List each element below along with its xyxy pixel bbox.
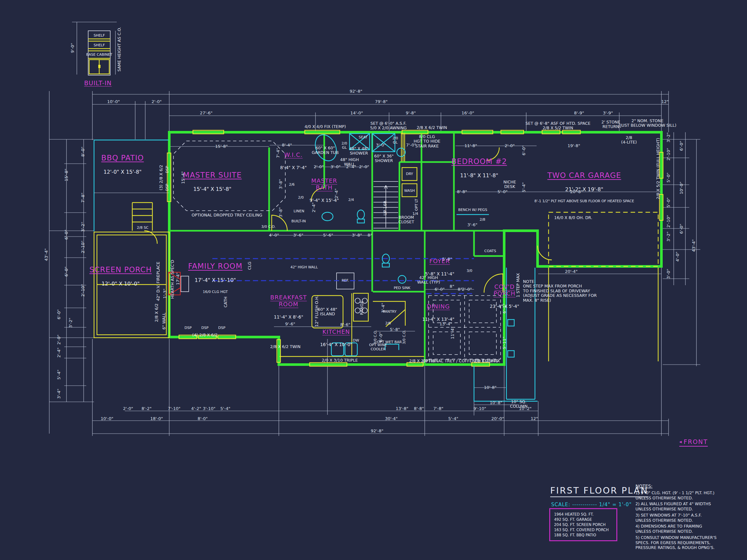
dims-plan-12: 4'-0" xyxy=(269,233,279,238)
annotations-flush_oh: 12" FLUSH O.H. xyxy=(314,296,319,327)
annotations-win_62_x4: (4) 2/8 X 6/2 xyxy=(192,333,217,337)
annotations-linen: LINEN xyxy=(294,209,305,214)
dims-bottom-row1-4: 3'-10" xyxy=(203,406,215,411)
dims-plan-13: 3'-6" xyxy=(293,233,304,238)
annotations-dryer: DRY xyxy=(406,172,413,176)
room-name: KITCHEN xyxy=(307,329,365,336)
annotations-co_3_0: 3/0 C.O. xyxy=(261,225,276,229)
dims-plan-10: 2'-4" xyxy=(312,203,316,213)
annotations-door_2_6: 2/6 xyxy=(289,183,295,187)
note-item: 4) DIMENSIONS ARE TO FRAMING UNLESS OTHE… xyxy=(636,524,721,534)
builtin-shelves-0: SHELF xyxy=(94,34,105,38)
dims-plan-14: 5'-6" xyxy=(323,233,333,238)
dims-plan-19: 6'-0" xyxy=(522,145,526,156)
area-line: 1964 HEATED SQ. FT. xyxy=(554,512,613,517)
dims-right-items-3: 5'-0" xyxy=(666,173,671,183)
dims-bottom-row2-5: 20'-0" xyxy=(491,417,504,421)
dims-top-row-1: 14'-0" xyxy=(350,111,363,116)
dims-left-items-1: 15'-8" xyxy=(64,168,69,181)
annotations-win_twin_62: 2/8 X 6/2 TWIN xyxy=(270,345,301,349)
annotations-stone: 2" NOM. STONE (JUST BELOW WINDOW SILL) xyxy=(619,118,676,128)
annotations-column: 10" SQ. COLUMN xyxy=(510,400,527,409)
dims-bottom-row1-6: 13'-8" xyxy=(395,406,408,411)
front-arrow-icon: ◂ xyxy=(679,439,682,445)
dims-plan-38: 10'-8" xyxy=(484,385,496,390)
annotations-high_wall_42_typ: 42" HIGH WALL (TYP) xyxy=(417,275,440,285)
dims-right-items-2: 2'-10" xyxy=(666,148,671,160)
dims-plan-15: 3'-8" xyxy=(352,233,362,238)
annotations-win_fix_44: 4/0 X 4/0 FIX (TEMP) xyxy=(305,125,346,129)
note-item: 1) 9'-0" CLG. HGT. (9' - 1 1/2" PLT. HGT… xyxy=(636,491,721,501)
room-label-family-room: FAMILY ROOM 17'-4" X 15'-10" 16/0 CLG HG… xyxy=(178,256,253,300)
dims-bottom-row1-9: 9'-10" xyxy=(473,406,486,411)
dims-left-items-5: 2'-10" xyxy=(81,240,85,253)
room-label-dining: DINING 11'-4" X 13'-4" xyxy=(414,297,463,328)
annotations-island: 60" X 48" ISLAND xyxy=(318,307,337,317)
annotations-wall_6: 6" WALL xyxy=(162,313,166,329)
annotations-glass_door: 2/0 GL xyxy=(341,142,347,150)
dims-left-items-2: 7'-8" xyxy=(81,193,85,203)
area-line: 188 SQ. FT. BBQ PATIO xyxy=(554,532,613,538)
dims-plan-46: 5'-8" xyxy=(442,257,452,262)
area-line: 204 SQ. FT. SCREEN PORCH xyxy=(554,522,613,527)
dims-right-items-9: 4'-0" xyxy=(675,252,680,262)
annotations-seat: SEAT xyxy=(359,135,367,140)
annotations-stone_return: 2' STONE RETURN xyxy=(601,120,620,129)
dims-right-items-8: 3'-2" xyxy=(666,232,671,242)
room-name: BEDROOM #2 xyxy=(442,157,516,166)
dims-plan-28: 5'-8" xyxy=(390,327,400,332)
room-size: 9'-4" X 15'-4" xyxy=(305,198,344,204)
dims-bottom-row1-2: 7'-10" xyxy=(168,406,180,411)
annotations-fireplace: 42" D.V. FIREPLACE xyxy=(156,262,160,301)
dims-top-left-1: 2'-0" xyxy=(152,100,162,104)
room-size: 12'-0" X 15'-8" xyxy=(87,169,158,175)
dims-top-row-3: 16'-0" xyxy=(461,111,474,116)
front-indicator: ◂ FRONT xyxy=(679,438,708,447)
dims-left-items-6: 6'-0" xyxy=(64,267,69,277)
annotations-shower_48: 48" X 48" SHOWER xyxy=(349,146,369,156)
dims-bottom-row1-3: 4'-2" xyxy=(191,406,201,411)
annotations-dsp: DSP xyxy=(165,184,170,191)
dims-plan-7: 2'-0" xyxy=(359,165,369,169)
room-name: FAMILY ROOM xyxy=(178,262,253,270)
dims-plan-39: 10'-8" xyxy=(490,401,502,405)
dims-plan-2: 8'-4" xyxy=(282,143,292,148)
dims-plan-22: 8'-8" xyxy=(457,190,467,194)
annotations-win_awning: SET @ 6'-0" A.S.F. 5/0 X 2/0 AWNING xyxy=(370,121,407,131)
dims-top-row-5: 3'-9" xyxy=(603,111,613,116)
annotations-bench_pegs: BENCH W/ PEGS xyxy=(458,208,487,212)
room-size: 12'-0" X 10'-0" xyxy=(78,281,163,287)
room-size: 11'-4" X 13'-4" xyxy=(414,317,463,322)
dims-bottom-row2-3: 30'-4" xyxy=(385,417,397,421)
dims-top-row-4: 8'-9" xyxy=(574,111,584,116)
dims-top-row-0: 27'-6" xyxy=(200,111,212,116)
annotations-co_3_0: 3/0 C.O. xyxy=(374,330,378,344)
dims-left-items-8: 6'-0" xyxy=(57,310,61,320)
dims-bottom-row1-7: 8'-8" xyxy=(414,406,424,411)
builtin-shelves-1: SHELF xyxy=(94,44,105,48)
annotations-shower_60: 60" X 36" SHOWER xyxy=(374,154,394,163)
dims-plan-21: 19'-8" xyxy=(567,143,580,149)
room-size: 11'-8" X 11'-8" xyxy=(442,173,516,179)
room-size: 21'-2" X 19'-8" xyxy=(526,187,643,192)
room-note: 16/0 CLG HGT xyxy=(178,290,253,294)
dims-plan-5: 3'-0" xyxy=(331,165,341,169)
dims-bottom-row2-1: 18'-0" xyxy=(150,417,163,421)
annotations-step_max: 1 STEP MAX xyxy=(516,273,520,297)
dims-right-items-0: 3'-2" xyxy=(666,133,671,142)
room-name: BREAKFAST ROOM xyxy=(264,295,313,308)
dims-plan-23: 5'-0" xyxy=(498,190,508,194)
room-size: 17'-4" X 15'-10" xyxy=(178,277,253,283)
dims-plan-26: 9'-6" xyxy=(285,322,295,327)
room-size: 16'-4" X 10'-0" xyxy=(307,342,365,347)
annotations-dsp: DSP xyxy=(165,166,170,173)
room-note: 8'-1 1/2" PLT HGT ABOVE SUB FLOOR OF HEA… xyxy=(526,199,643,204)
room-label-breakfast: BREAKFAST ROOM 11'-4" X 8'-6" xyxy=(264,288,313,326)
room-size: 11'-4" X 8'-6" xyxy=(264,315,313,320)
annotations-clg: CLG xyxy=(248,262,252,270)
dims-right-items-4: 10'-0" xyxy=(679,182,684,194)
dims-plan-43: 2'-0" xyxy=(462,287,472,292)
annotations-wine_cooler: OPT WINE COOLER xyxy=(369,343,387,351)
dims-plan-35: 20'-4" xyxy=(565,269,577,274)
room-label-bbq-patio: BBQ PATIO 12'-0" X 15'-8" xyxy=(87,148,158,181)
